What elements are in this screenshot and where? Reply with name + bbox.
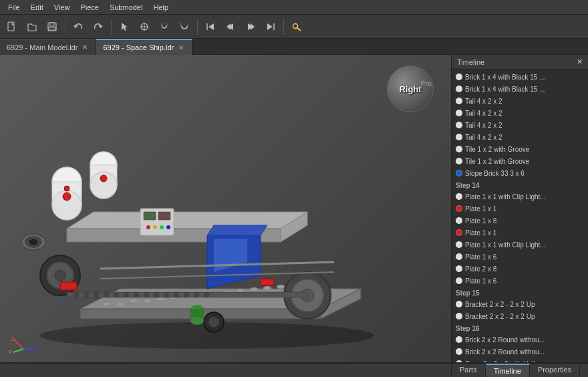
menu-help[interactable]: Help	[148, 2, 174, 13]
timeline-item[interactable]: Plate 2 x 8	[452, 263, 588, 275]
timeline-item[interactable]: Plate 1 x 6	[452, 251, 588, 263]
svg-rect-78	[114, 292, 119, 297]
menu-file[interactable]: File	[3, 2, 25, 13]
timeline-item[interactable]: Bracket 2 x 2 - 2 x 2 Up	[452, 310, 588, 322]
svg-rect-58	[158, 212, 170, 220]
item-text: Plate 1 x 1	[465, 229, 584, 237]
magnet1-button[interactable]	[155, 17, 174, 36]
timeline-list[interactable]: Brick 1 x 4 with Black 15 ...Brick 1 x 4…	[452, 70, 588, 362]
timeline-title: Timeline	[457, 58, 484, 66]
svg-point-21	[130, 299, 138, 303]
svg-rect-85	[184, 292, 189, 297]
timeline-item[interactable]: Brick 1 x 4 with Black 15 ...	[452, 83, 588, 95]
timeline-item[interactable]: Brick 2 x 2 Round withou...	[452, 346, 588, 358]
open-button[interactable]	[23, 17, 41, 36]
compass-right-label: Right	[399, 84, 421, 94]
menu-submodel[interactable]: Submodel	[104, 2, 148, 13]
timeline-item[interactable]: Plate 1 x 1 with Clip Light...	[452, 239, 588, 251]
timeline-item[interactable]: Tile 1 x 2 with Groove	[452, 143, 588, 155]
save-button[interactable]	[43, 17, 61, 36]
tab-parts[interactable]: Parts	[452, 364, 486, 377]
tab-space-close[interactable]: ✕	[177, 44, 185, 51]
first-button[interactable]	[201, 17, 220, 36]
step-header-21: Step 16	[452, 324, 588, 334]
color-dot	[456, 277, 462, 284]
menu-view[interactable]: View	[49, 2, 76, 13]
tab-properties[interactable]: Properties	[530, 364, 580, 377]
color-dot	[456, 360, 462, 362]
tab-main-close[interactable]: ✕	[81, 43, 89, 51]
timeline-item[interactable]: Tile 1 x 2 with Groove	[452, 155, 588, 167]
timeline-item[interactable]: Tail 4 x 2 x 2	[452, 95, 588, 107]
transform-button[interactable]	[135, 17, 154, 36]
redo-button[interactable]	[89, 17, 108, 36]
svg-point-32	[277, 285, 285, 289]
timeline-item[interactable]: Plate 1 x 1	[452, 203, 588, 215]
viewport[interactable]: Right Fro Z Y X	[0, 55, 451, 362]
svg-rect-82	[154, 292, 159, 297]
svg-rect-79	[124, 292, 129, 297]
magnet2-button[interactable]	[175, 17, 194, 36]
color-dot	[456, 158, 462, 164]
item-text: Tile 1 x 2 with Groove	[465, 146, 584, 153]
toolbar	[0, 15, 588, 39]
bottom-tabs: Parts Timeline Properties	[451, 363, 588, 377]
item-text: Plate 1 x 1 with Clip Light...	[465, 241, 584, 249]
color-dot	[456, 348, 462, 355]
timeline-item[interactable]: Tail 4 x 2 x 2	[452, 119, 588, 131]
svg-rect-75	[84, 292, 89, 297]
menu-bar: File Edit View Piece Submodel Help	[0, 0, 588, 15]
svg-rect-86	[194, 292, 199, 297]
tab-main-model[interactable]: 6929 - Main Model.ldr ✕	[0, 39, 96, 55]
key-button[interactable]	[287, 17, 306, 36]
svg-line-88	[13, 339, 23, 349]
timeline-item[interactable]: Bracket 2 x 2 - 2 x 2 Up	[452, 298, 588, 310]
timeline-collapse-icon[interactable]: ✕	[577, 57, 583, 66]
svg-point-31	[263, 286, 271, 290]
color-dot	[456, 265, 462, 272]
item-text: Bracket 2 x 2 - 2 x 2 Up	[465, 313, 584, 320]
item-text: Plate 1 x 8	[465, 217, 584, 225]
svg-point-19	[103, 302, 111, 306]
item-text: Brick 1 x 4 with Black 15 ...	[465, 86, 584, 93]
item-text: Tail 4 x 2 x 2	[465, 122, 584, 129]
timeline-item[interactable]: Plate 1 x 1 with Clip Light...	[452, 191, 588, 203]
timeline-item[interactable]: Plate 1 x 6	[452, 275, 588, 287]
timeline-item[interactable]: Slope Brick 33 3 x 6	[452, 167, 588, 179]
svg-point-50	[63, 193, 71, 201]
item-text: Brick 1 x 4 with Black 15 ...	[465, 74, 584, 81]
item-text: Plate 1 x 6	[465, 277, 584, 285]
tab-space-ship[interactable]: 6929 - Space Ship.ldr ✕	[96, 39, 192, 55]
svg-line-90	[13, 349, 23, 352]
new-button[interactable]	[3, 17, 21, 36]
last-button[interactable]	[261, 17, 280, 36]
timeline-item[interactable]: Plate 1 x 8	[452, 215, 588, 227]
svg-marker-64	[207, 225, 267, 235]
color-dot	[456, 217, 462, 224]
svg-text:Z: Z	[11, 336, 15, 342]
tab-timeline[interactable]: Timeline	[486, 364, 530, 377]
svg-point-59	[146, 225, 150, 229]
timeline-item[interactable]: Tail 4 x 2 x 2	[452, 131, 588, 143]
svg-point-61	[160, 225, 164, 229]
item-text: Tail 4 x 2 x 2	[465, 98, 584, 105]
menu-piece[interactable]: Piece	[75, 2, 104, 13]
sep2	[111, 19, 112, 35]
select-button[interactable]	[115, 17, 134, 36]
svg-rect-77	[104, 292, 109, 297]
timeline-item[interactable]: Cone 2 x 2 x 2 with Hollo...	[452, 358, 588, 362]
timeline-item[interactable]: Tail 4 x 2 x 2	[452, 107, 588, 119]
undo-button[interactable]	[69, 17, 88, 36]
next-button[interactable]	[241, 17, 260, 36]
prev-button[interactable]	[221, 17, 240, 36]
timeline-item[interactable]: Brick 1 x 4 with Black 15 ...	[452, 71, 588, 83]
item-text: Plate 2 x 8	[465, 265, 584, 273]
svg-rect-1	[48, 23, 56, 31]
menu-edit[interactable]: Edit	[25, 2, 49, 13]
timeline-header: Timeline ✕	[452, 55, 588, 70]
main-area: Right Fro Z Y X Timeline ✕	[0, 55, 588, 362]
color-dot	[456, 134, 462, 140]
color-dot	[456, 110, 462, 116]
timeline-item[interactable]: Brick 2 x 2 Round withou...	[452, 334, 588, 346]
timeline-item[interactable]: Plate 1 x 1	[452, 227, 588, 239]
